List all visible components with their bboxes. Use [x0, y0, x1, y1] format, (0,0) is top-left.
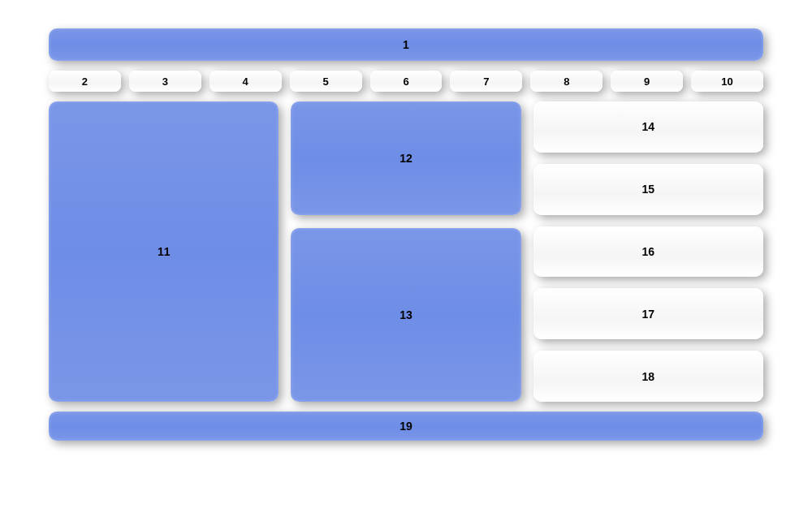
side-block-14: 14 — [533, 101, 763, 153]
nav-item-8: 8 — [530, 71, 603, 92]
nav-label: 7 — [483, 75, 489, 88]
nav-item-5: 5 — [290, 71, 362, 92]
nav-item-4: 4 — [209, 71, 282, 92]
main-block-11: 11 — [49, 101, 279, 402]
nav-group-2: 5 6 7 — [290, 71, 523, 92]
nav-item-9: 9 — [611, 71, 683, 92]
block-label: 12 — [400, 152, 412, 165]
nav-item-3: 3 — [129, 71, 201, 92]
nav-group-3: 8 9 10 — [530, 71, 763, 92]
nav-label: 2 — [82, 75, 88, 88]
nav-label: 9 — [644, 75, 650, 88]
column-left: 11 — [49, 101, 279, 402]
footer-block: 19 — [49, 412, 763, 441]
footer-label: 19 — [400, 420, 412, 433]
header-label: 1 — [403, 38, 409, 51]
nav-group-1: 2 3 4 — [49, 71, 282, 92]
side-block-16: 16 — [533, 226, 763, 278]
block-label: 18 — [642, 370, 655, 383]
nav-item-7: 7 — [450, 71, 522, 92]
block-label: 13 — [400, 308, 412, 321]
side-block-15: 15 — [533, 164, 763, 215]
side-block-17: 17 — [533, 288, 763, 339]
header-block: 1 — [49, 28, 763, 61]
nav-label: 6 — [403, 75, 408, 88]
nav-label: 4 — [243, 75, 248, 88]
layout-container: 1 2 3 4 5 6 7 8 — [49, 28, 763, 441]
nav-label: 3 — [162, 75, 168, 88]
block-label: 14 — [642, 120, 655, 133]
block-label: 11 — [158, 245, 171, 258]
main-block-12: 12 — [291, 101, 520, 215]
nav-row: 2 3 4 5 6 7 8 9 — [49, 71, 763, 92]
nav-label: 10 — [721, 75, 732, 88]
block-label: 15 — [642, 183, 655, 196]
nav-label: 5 — [323, 75, 329, 88]
main-block-13: 13 — [291, 228, 520, 402]
side-block-18: 18 — [533, 351, 763, 402]
column-right: 14 15 16 17 18 — [533, 101, 763, 402]
nav-label: 8 — [564, 75, 569, 88]
nav-item-2: 2 — [49, 71, 121, 92]
nav-item-10: 10 — [691, 71, 763, 92]
nav-item-6: 6 — [370, 71, 443, 92]
main-section: 11 12 13 14 15 16 17 18 — [49, 101, 763, 402]
block-label: 16 — [642, 245, 655, 258]
column-middle: 12 13 — [291, 101, 520, 402]
block-label: 17 — [642, 308, 655, 321]
